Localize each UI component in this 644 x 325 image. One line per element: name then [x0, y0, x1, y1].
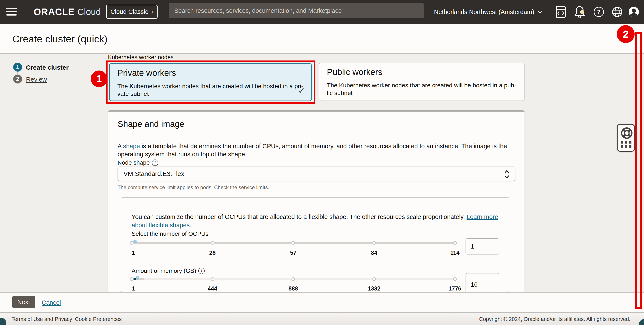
slider-tick — [210, 241, 214, 245]
language-button[interactable] — [612, 0, 623, 24]
slider-tick — [372, 277, 376, 281]
ocpu-tick-labels: 1 28 57 84 114 — [132, 250, 455, 256]
cookie-preferences-link[interactable]: Cookie Preferences — [75, 313, 122, 325]
memory-tick-labels: 1 444 888 1332 1776 — [132, 286, 455, 292]
wizard-action-bar: Next Cancel — [0, 292, 644, 312]
memory-label: Amount of memory (GB) — [132, 268, 196, 274]
shape-section-title: Shape and image — [118, 119, 184, 129]
shape-intro-paragraph: A shape is a template that determines th… — [118, 142, 514, 158]
slider-tick — [372, 241, 376, 245]
help-button[interactable]: ? — [594, 0, 604, 24]
lifebuoy-icon — [620, 126, 633, 140]
node-shape-select[interactable]: VM.Standard.E3.Flex — [118, 166, 515, 181]
cloud-classic-button[interactable]: Cloud Classic › — [106, 5, 158, 19]
brand-cloud: Cloud — [78, 7, 101, 17]
cloud-shell-button[interactable] — [556, 0, 566, 24]
node-shape-helper-text: The compute service limit applies to pod… — [118, 184, 269, 190]
cloud-classic-label: Cloud Classic — [110, 8, 148, 15]
info-icon[interactable]: i — [198, 268, 205, 274]
worker-nodes-group-label: Kubernetes worker nodes — [108, 54, 174, 61]
slider-tick — [453, 277, 457, 281]
public-workers-card[interactable]: Public workers The Kubernetes worker nod… — [319, 62, 524, 101]
ocpu-slider[interactable] — [132, 240, 455, 245]
node-shape-label: Node shape — [118, 159, 150, 166]
private-workers-card[interactable]: Private workers The Kubernetes worker no… — [109, 63, 312, 101]
memory-slider[interactable] — [132, 276, 455, 282]
selected-checkmark-icon: ✓ — [298, 86, 305, 96]
user-avatar-icon — [629, 7, 639, 17]
annotation-badge-2: 2 — [617, 25, 635, 43]
globe-icon — [612, 6, 623, 18]
brand-oracle: ORACLE — [34, 6, 74, 17]
info-icon[interactable]: i — [152, 160, 158, 166]
oracle-cloud-logo[interactable]: ORACLE Cloud — [34, 0, 101, 24]
page-header: Create cluster (quick) — [0, 24, 644, 54]
copyright-text: Copyright © 2024, Oracle and/or its affi… — [479, 313, 630, 325]
ocpu-value-input[interactable] — [466, 238, 499, 254]
select-chevrons-icon — [504, 170, 510, 179]
shape-link[interactable]: shape — [123, 143, 140, 150]
apps-grid-icon — [621, 141, 633, 148]
terms-link[interactable]: Terms of Use and Privacy — [12, 313, 72, 325]
slider-tick — [130, 277, 134, 281]
region-label: Netherlands Northwest (Amsterdam) — [434, 8, 534, 16]
slider-tick — [210, 277, 214, 281]
question-mark-icon: ? — [594, 7, 604, 17]
memory-slider-thumb[interactable] — [136, 276, 140, 280]
step-2-link-review[interactable]: Review — [26, 76, 47, 83]
notification-badge-dot — [580, 10, 584, 14]
ocpu-slider-thumb[interactable] — [133, 240, 137, 244]
public-workers-description: The Kubernetes worker nodes that are cre… — [327, 81, 520, 97]
memory-slider-fill — [134, 278, 136, 280]
private-workers-title: Private workers — [117, 68, 176, 78]
slider-tick — [292, 277, 295, 281]
next-button[interactable]: Next — [12, 296, 35, 308]
node-shape-label-row: Node shape i — [118, 159, 158, 166]
slider-tick — [130, 241, 134, 245]
node-shape-value: VM.Standard.E3.Flex — [124, 170, 184, 178]
step-connector — [18, 72, 18, 74]
notifications-button[interactable] — [574, 0, 586, 24]
user-menu-button[interactable] — [629, 0, 639, 24]
step-1-label: Create cluster — [26, 64, 68, 71]
step-2-indicator: 2 — [13, 74, 22, 84]
chevron-right-icon: › — [151, 8, 153, 15]
chevron-down-icon — [537, 10, 542, 14]
topbar: ORACLE Cloud Cloud Classic › Netherlands… — [0, 0, 644, 24]
support-widget[interactable] — [617, 124, 635, 152]
region-selector[interactable]: Netherlands Northwest (Amsterdam) — [434, 0, 542, 24]
cancel-link[interactable]: Cancel — [42, 293, 61, 313]
public-workers-title: Public workers — [327, 67, 382, 77]
hamburger-menu-icon[interactable] — [6, 8, 16, 16]
private-workers-description: The Kubernetes worker nodes that are cre… — [117, 82, 309, 98]
slider-tick — [453, 241, 457, 245]
annotation-box-scrollbar — [635, 32, 642, 309]
cloud-shell-icon — [556, 6, 566, 18]
flexible-shape-note: You can customize the number of OCPUs th… — [132, 213, 504, 229]
ocpu-label: Select the number of OCPUs — [132, 230, 208, 237]
search-input[interactable] — [169, 3, 424, 18]
page-title: Create cluster (quick) — [12, 24, 108, 54]
memory-label-row: Amount of memory (GB) i — [132, 268, 205, 274]
oracle-cloud-console: ORACLE Cloud Cloud Classic › Netherlands… — [0, 0, 644, 325]
annotation-badge-1: 1 — [91, 70, 107, 87]
slider-tick — [292, 241, 295, 245]
footer: Terms of Use and Privacy Cookie Preferen… — [0, 312, 644, 325]
step-1-indicator: 1 — [13, 62, 22, 72]
